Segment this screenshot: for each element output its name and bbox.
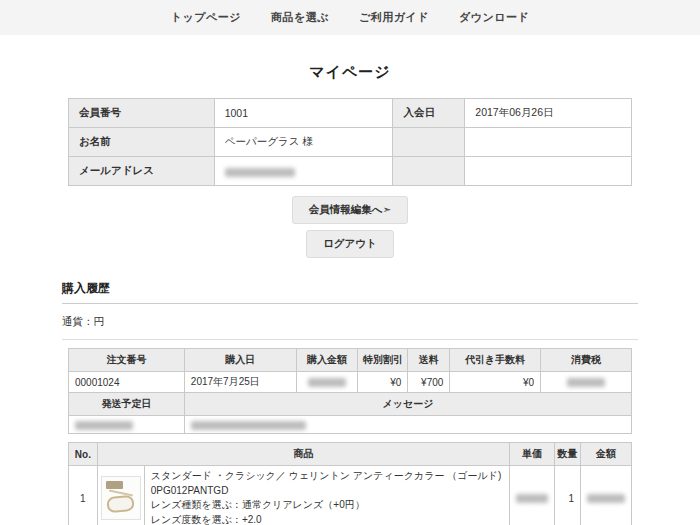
table-row: 発送予定日 メッセージ — [69, 393, 632, 416]
main-content: 会員番号 1001 入会日 2017年06月26日 お名前 ペーパーグラス 様 … — [0, 98, 700, 525]
ship-date-value — [69, 416, 185, 434]
nav-item-download[interactable]: ダウンロード — [459, 10, 529, 25]
col-item-unit-price: 単価 — [510, 443, 555, 466]
col-special-discount: 特別割引 — [358, 349, 408, 372]
purchase-history-heading: 購入履歴 — [62, 280, 638, 304]
item-quantity-value: 1 — [555, 466, 581, 525]
page-title: マイページ — [0, 63, 700, 82]
col-item-quantity: 数量 — [555, 443, 581, 466]
redacted-unit-price — [516, 494, 548, 503]
email-value — [214, 157, 393, 186]
email-label: メールアドレス — [69, 157, 215, 186]
name-label: お名前 — [69, 128, 215, 157]
special-discount-value: ¥0 — [358, 372, 408, 393]
empty-value-cell — [465, 157, 632, 186]
edit-profile-button[interactable]: 会員情報編集へ➣ — [292, 196, 409, 224]
table-row: メールアドレス — [69, 157, 632, 186]
product-desc-line2: レンズ種類を選ぶ：通常クリアレンズ（+0円） — [151, 499, 365, 510]
tax-value — [541, 372, 632, 393]
table-row: お名前 ペーパーグラス 様 — [69, 128, 632, 157]
redacted-ship-date — [75, 421, 133, 430]
cod-fee-value: ¥0 — [450, 372, 541, 393]
table-row — [69, 416, 632, 434]
col-ship-date: 発送予定日 — [69, 393, 185, 416]
order-table-1: 注文番号 購入日 購入金額 特別割引 送料 代引き手数料 消費税 0000102… — [68, 348, 632, 434]
join-date-value: 2017年06月26日 — [465, 99, 632, 128]
nav-item-user-guide[interactable]: ご利用ガイド — [359, 10, 429, 25]
table-row: 00001024 2017年7月25日 ¥0 ¥700 ¥0 — [69, 372, 632, 393]
table-row: 注文番号 購入日 購入金額 特別割引 送料 代引き手数料 消費税 — [69, 349, 632, 372]
order-items-table-1: No. 商品 単価 数量 金額 1 スタンダード ・クラシック／ ウェリントン … — [68, 442, 632, 525]
product-image-cell — [97, 466, 144, 525]
currency-label: 通貨：円 — [62, 315, 638, 329]
top-navbar: トップページ 商品を選ぶ ご利用ガイド ダウンロード — [0, 0, 700, 35]
col-cod-fee: 代引き手数料 — [450, 349, 541, 372]
col-item-amount: 金額 — [580, 443, 631, 466]
empty-label-cell — [393, 128, 465, 157]
table-row: 会員番号 1001 入会日 2017年06月26日 — [69, 99, 632, 128]
nav-item-choose-products[interactable]: 商品を選ぶ — [271, 10, 329, 25]
col-tax: 消費税 — [541, 349, 632, 372]
col-item-product: 商品 — [97, 443, 510, 466]
col-shipping-fee: 送料 — [408, 349, 450, 372]
action-buttons: 会員情報編集へ➣ ログアウト — [62, 196, 638, 264]
redacted-message — [191, 421, 306, 430]
message-value — [184, 416, 631, 434]
glasses-lens-shape — [106, 495, 135, 514]
order-no-value: 00001024 — [69, 372, 185, 393]
member-no-value: 1001 — [214, 99, 393, 128]
glasses-thumbnail — [101, 476, 141, 520]
table-row: 1 スタンダード ・クラシック／ ウェリントン アンティークカラー （ゴールド)… — [69, 466, 632, 525]
purchase-date-value: 2017年7月25日 — [184, 372, 296, 393]
glasses-case-shape — [106, 481, 123, 489]
item-unit-price-value — [510, 466, 555, 525]
join-date-label: 入会日 — [393, 99, 465, 128]
member-info-table: 会員番号 1001 入会日 2017年06月26日 お名前 ペーパーグラス 様 … — [68, 98, 632, 186]
item-amount-value — [580, 466, 631, 525]
product-desc-line1: スタンダード ・クラシック／ ウェリントン アンティークカラー （ゴールド) 0… — [151, 470, 502, 496]
product-description: スタンダード ・クラシック／ ウェリントン アンティークカラー （ゴールド) 0… — [144, 466, 510, 525]
member-no-label: 会員番号 — [69, 99, 215, 128]
purchase-amount-value — [296, 372, 358, 393]
item-no-value: 1 — [69, 466, 98, 525]
name-value: ペーパーグラス 様 — [214, 128, 393, 157]
redacted-item-amount — [587, 494, 625, 503]
redacted-amount — [308, 378, 346, 387]
col-message: メッセージ — [184, 393, 631, 416]
redacted-tax — [567, 378, 605, 387]
product-desc-line3: レンズ度数を選ぶ：+2.0 — [151, 514, 262, 525]
table-row: No. 商品 単価 数量 金額 — [69, 443, 632, 466]
shipping-fee-value: ¥700 — [408, 372, 450, 393]
empty-label-cell — [393, 157, 465, 186]
col-order-no: 注文番号 — [69, 349, 185, 372]
empty-value-cell — [465, 128, 632, 157]
nav-item-top-page[interactable]: トップページ — [171, 10, 241, 25]
col-purchase-date: 購入日 — [184, 349, 296, 372]
logout-button[interactable]: ログアウト — [306, 230, 394, 258]
redacted-email — [225, 168, 295, 177]
col-purchase-amount: 購入金額 — [296, 349, 358, 372]
divider — [62, 339, 638, 340]
col-item-no: No. — [69, 443, 98, 466]
